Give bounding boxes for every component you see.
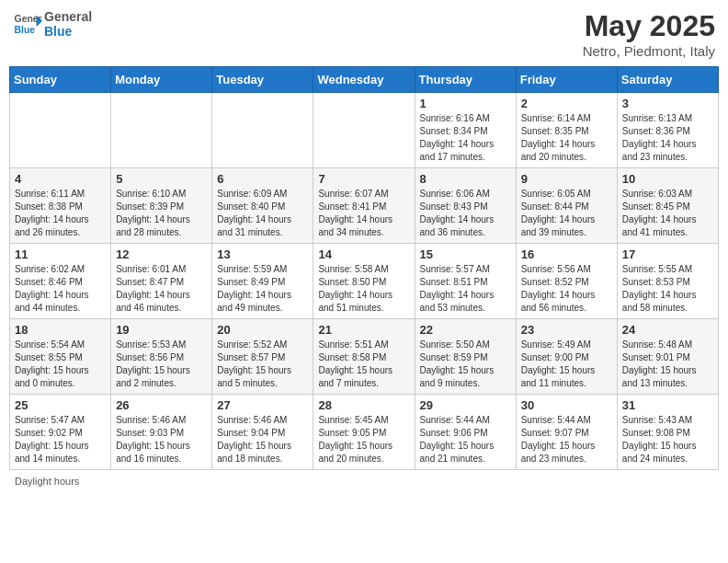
day-info: Sunrise: 6:10 AM Sunset: 8:39 PM Dayligh… [116,188,207,239]
day-number: 16 [521,247,612,261]
day-info: Sunrise: 6:03 AM Sunset: 8:45 PM Dayligh… [622,188,713,239]
day-info: Sunrise: 5:46 AM Sunset: 9:04 PM Dayligh… [217,414,308,465]
calendar-cell: 12Sunrise: 6:01 AM Sunset: 8:47 PM Dayli… [111,244,212,319]
logo-general-text: General [44,9,92,24]
month-year-title: May 2025 [583,9,715,43]
calendar-cell: 3Sunrise: 6:13 AM Sunset: 8:36 PM Daylig… [617,93,718,168]
calendar-week-5: 25Sunrise: 5:47 AM Sunset: 9:02 PM Dayli… [10,395,719,470]
day-number: 1 [420,97,511,110]
calendar-cell: 9Sunrise: 6:05 AM Sunset: 8:44 PM Daylig… [516,168,617,244]
column-header-tuesday: Tuesday [212,67,313,93]
calendar-header-row: SundayMondayTuesdayWednesdayThursdayFrid… [10,67,719,93]
day-info: Sunrise: 6:14 AM Sunset: 8:35 PM Dayligh… [521,112,612,164]
day-info: Sunrise: 5:45 AM Sunset: 9:05 PM Dayligh… [318,414,409,465]
day-info: Sunrise: 5:48 AM Sunset: 9:01 PM Dayligh… [622,339,713,390]
day-number: 11 [15,247,106,261]
day-number: 27 [217,398,308,412]
calendar-cell: 10Sunrise: 6:03 AM Sunset: 8:45 PM Dayli… [617,168,718,244]
calendar-cell: 15Sunrise: 5:57 AM Sunset: 8:51 PM Dayli… [415,244,516,319]
calendar-cell: 19Sunrise: 5:53 AM Sunset: 8:56 PM Dayli… [111,319,212,395]
day-number: 25 [15,398,106,412]
day-info: Sunrise: 5:55 AM Sunset: 8:53 PM Dayligh… [622,263,713,315]
day-number: 20 [217,323,308,337]
calendar-cell: 5Sunrise: 6:10 AM Sunset: 8:39 PM Daylig… [111,168,212,244]
day-info: Sunrise: 6:13 AM Sunset: 8:36 PM Dayligh… [622,112,713,164]
calendar-cell: 25Sunrise: 5:47 AM Sunset: 9:02 PM Dayli… [10,395,111,470]
day-info: Sunrise: 5:49 AM Sunset: 9:00 PM Dayligh… [521,339,612,390]
calendar-cell: 11Sunrise: 6:02 AM Sunset: 8:46 PM Dayli… [10,244,111,319]
day-number: 29 [420,398,511,412]
calendar-cell: 31Sunrise: 5:43 AM Sunset: 9:08 PM Dayli… [617,395,718,470]
day-info: Sunrise: 6:09 AM Sunset: 8:40 PM Dayligh… [217,188,308,239]
day-info: Sunrise: 6:16 AM Sunset: 8:34 PM Dayligh… [420,112,511,164]
day-number: 31 [622,398,713,412]
calendar-cell: 6Sunrise: 6:09 AM Sunset: 8:40 PM Daylig… [212,168,313,244]
day-number: 22 [420,323,511,337]
day-info: Sunrise: 5:44 AM Sunset: 9:07 PM Dayligh… [521,414,612,465]
day-info: Sunrise: 5:57 AM Sunset: 8:51 PM Dayligh… [420,263,511,315]
logo-icon: General Blue [13,9,42,39]
calendar-cell: 21Sunrise: 5:51 AM Sunset: 8:58 PM Dayli… [313,319,415,395]
column-header-sunday: Sunday [10,67,111,93]
day-info: Sunrise: 6:06 AM Sunset: 8:43 PM Dayligh… [420,188,511,239]
day-number: 13 [217,247,308,261]
day-number: 5 [116,172,207,186]
day-info: Sunrise: 6:05 AM Sunset: 8:44 PM Dayligh… [521,188,612,239]
day-number: 10 [622,172,713,186]
day-number: 6 [217,172,308,186]
calendar-cell [111,93,212,168]
day-number: 9 [521,172,612,186]
day-number: 30 [521,398,612,412]
calendar-cell: 22Sunrise: 5:50 AM Sunset: 8:59 PM Dayli… [415,319,516,395]
day-number: 24 [622,323,713,337]
calendar-cell [313,93,415,168]
calendar-week-4: 18Sunrise: 5:54 AM Sunset: 8:55 PM Dayli… [10,319,719,395]
calendar-cell: 18Sunrise: 5:54 AM Sunset: 8:55 PM Dayli… [10,319,111,395]
column-header-friday: Friday [516,67,617,93]
svg-text:Blue: Blue [15,25,36,35]
calendar-cell: 27Sunrise: 5:46 AM Sunset: 9:04 PM Dayli… [212,395,313,470]
day-info: Sunrise: 6:07 AM Sunset: 8:41 PM Dayligh… [318,188,409,239]
day-number: 4 [15,172,106,186]
day-number: 12 [116,247,207,261]
day-info: Sunrise: 6:02 AM Sunset: 8:46 PM Dayligh… [15,263,106,315]
day-number: 15 [420,247,511,261]
day-number: 23 [521,323,612,337]
day-info: Sunrise: 6:11 AM Sunset: 8:38 PM Dayligh… [15,188,106,239]
calendar-week-1: 1Sunrise: 6:16 AM Sunset: 8:34 PM Daylig… [10,93,719,168]
day-info: Sunrise: 5:56 AM Sunset: 8:52 PM Dayligh… [521,263,612,315]
day-info: Sunrise: 5:44 AM Sunset: 9:06 PM Dayligh… [420,414,511,465]
calendar-cell: 8Sunrise: 6:06 AM Sunset: 8:43 PM Daylig… [415,168,516,244]
day-number: 18 [15,323,106,337]
day-info: Sunrise: 5:52 AM Sunset: 8:57 PM Dayligh… [217,339,308,390]
calendar-cell: 14Sunrise: 5:58 AM Sunset: 8:50 PM Dayli… [313,244,415,319]
calendar-week-2: 4Sunrise: 6:11 AM Sunset: 8:38 PM Daylig… [10,168,719,244]
calendar-table: SundayMondayTuesdayWednesdayThursdayFrid… [9,66,719,470]
day-number: 28 [318,398,409,412]
day-info: Sunrise: 5:43 AM Sunset: 9:08 PM Dayligh… [622,414,713,465]
calendar-cell: 20Sunrise: 5:52 AM Sunset: 8:57 PM Dayli… [212,319,313,395]
day-number: 7 [318,172,409,186]
day-number: 2 [521,97,612,110]
column-header-saturday: Saturday [617,67,718,93]
calendar-week-3: 11Sunrise: 6:02 AM Sunset: 8:46 PM Dayli… [10,244,719,319]
calendar-cell: 4Sunrise: 6:11 AM Sunset: 8:38 PM Daylig… [10,168,111,244]
calendar-cell: 28Sunrise: 5:45 AM Sunset: 9:05 PM Dayli… [313,395,415,470]
calendar-cell [10,93,111,168]
calendar-cell: 17Sunrise: 5:55 AM Sunset: 8:53 PM Dayli… [617,244,718,319]
day-info: Sunrise: 5:53 AM Sunset: 8:56 PM Dayligh… [116,339,207,390]
calendar-cell: 7Sunrise: 6:07 AM Sunset: 8:41 PM Daylig… [313,168,415,244]
calendar-cell: 26Sunrise: 5:46 AM Sunset: 9:03 PM Dayli… [111,395,212,470]
page-header: General Blue General Blue May 2025 Netro… [9,9,719,59]
day-info: Sunrise: 5:58 AM Sunset: 8:50 PM Dayligh… [318,263,409,315]
calendar-cell: 24Sunrise: 5:48 AM Sunset: 9:01 PM Dayli… [617,319,718,395]
column-header-monday: Monday [111,67,212,93]
day-info: Sunrise: 5:59 AM Sunset: 8:49 PM Dayligh… [217,263,308,315]
day-info: Sunrise: 6:01 AM Sunset: 8:47 PM Dayligh… [116,263,207,315]
column-header-thursday: Thursday [415,67,516,93]
day-number: 3 [622,97,713,110]
calendar-cell: 30Sunrise: 5:44 AM Sunset: 9:07 PM Dayli… [516,395,617,470]
calendar-cell: 16Sunrise: 5:56 AM Sunset: 8:52 PM Dayli… [516,244,617,319]
calendar-cell: 2Sunrise: 6:14 AM Sunset: 8:35 PM Daylig… [516,93,617,168]
calendar-cell: 13Sunrise: 5:59 AM Sunset: 8:49 PM Dayli… [212,244,313,319]
